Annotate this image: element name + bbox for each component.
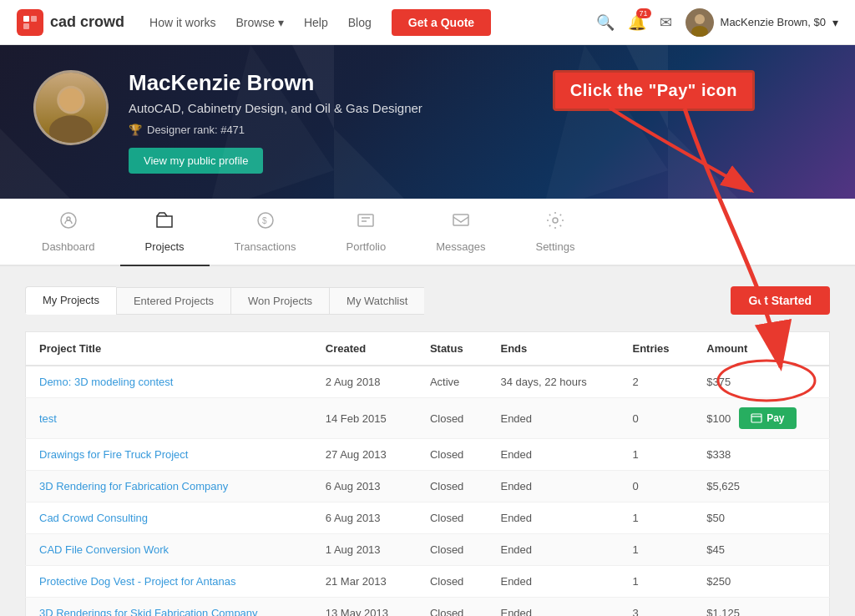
cell-status: Closed (417, 534, 488, 566)
cell-title: Demo: 3D modeling contest (26, 366, 312, 398)
tab-messages[interactable]: Messages (411, 199, 510, 266)
nav-links: How it works Browse ▾ Help Blog Get a Qu… (149, 9, 596, 36)
cell-status: Closed (417, 398, 488, 439)
cell-ends: Ended (487, 566, 619, 598)
project-link[interactable]: Cad Crowd Consulting (39, 512, 148, 524)
mail-icon[interactable]: ✉ (660, 13, 672, 32)
svg-rect-14 (453, 215, 468, 225)
cell-status: Closed (417, 598, 488, 617)
pay-button[interactable]: Pay (739, 407, 796, 429)
click-annotation: Click the "Pay" icon (553, 70, 755, 111)
project-link[interactable]: CAD File Conversion Work (39, 543, 169, 556)
cell-amount: $50 (693, 502, 829, 534)
svg-point-4 (691, 26, 708, 37)
trophy-icon: 🏆 (129, 124, 142, 136)
tab-portfolio[interactable]: Portfolio (321, 199, 412, 266)
project-link[interactable]: test (39, 412, 57, 425)
cell-created: 6 Aug 2013 (312, 471, 417, 502)
cell-created: 6 Aug 2013 (312, 502, 417, 534)
table-row: 3D Rendering for Fabrication Company 6 A… (26, 471, 830, 502)
amount-value: $50 (706, 512, 725, 524)
cell-title: Cad Crowd Consulting (26, 502, 312, 534)
view-public-profile-button[interactable]: View my public profile (129, 148, 263, 174)
sub-tab-my-projects[interactable]: My Projects (25, 286, 116, 315)
svg-rect-1 (31, 16, 37, 22)
rank-text: Designer rank: #471 (147, 124, 245, 136)
user-name-label: MacKenzie Brown, $0 (721, 16, 826, 28)
cell-title: CAD File Conversion Work (26, 534, 312, 566)
logo-text: cad crowd (50, 13, 124, 31)
sub-tab-my-watchlist[interactable]: My Watchlist (329, 287, 424, 315)
cell-status: Closed (417, 566, 488, 598)
profile-header: MacKenzie Brown AutoCAD, Cabinetry Desig… (0, 45, 855, 199)
cell-entries: 1 (619, 502, 693, 534)
projects-table: Project Title Created Status Ends Entrie… (25, 331, 830, 616)
cell-entries: 1 (619, 566, 693, 598)
svg-rect-2 (23, 23, 29, 29)
project-link[interactable]: Protective Dog Vest - Project for Antana… (39, 575, 236, 588)
cell-created: 14 Feb 2015 (312, 398, 417, 439)
logo[interactable]: cad crowd (17, 9, 124, 36)
navbar-right: 🔍 🔔 71 ✉ MacKenzie Brown, $0 ▾ (596, 8, 838, 37)
nav-blog[interactable]: Blog (348, 16, 372, 29)
cell-ends: Ended (487, 534, 619, 566)
svg-rect-0 (23, 16, 29, 22)
table-body: Demo: 3D modeling contest 2 Aug 2018 Act… (26, 366, 830, 616)
avatar-image (36, 73, 106, 143)
cell-ends: Ended (487, 598, 619, 617)
get-started-button[interactable]: Get Started (731, 286, 830, 315)
user-avatar (686, 8, 714, 37)
amount-value: $45 (706, 543, 725, 556)
get-quote-button[interactable]: Get a Quote (392, 9, 491, 36)
col-status: Status (417, 332, 488, 366)
project-link[interactable]: Drawings for Fire Truck Project (39, 448, 188, 461)
cell-status: Closed (417, 439, 488, 471)
amount-value: $1,125 (706, 607, 740, 616)
search-icon[interactable]: 🔍 (596, 13, 615, 32)
cell-ends: Ended (487, 439, 619, 471)
amount-value: $100 (706, 412, 731, 425)
amount-value: $338 (706, 448, 731, 461)
cell-entries: 1 (619, 534, 693, 566)
cell-entries: 2 (619, 366, 693, 398)
cell-status: Active (417, 366, 488, 398)
cell-amount: $5,625 (693, 471, 829, 502)
amount-value: $375 (706, 376, 731, 388)
tab-projects[interactable]: Projects (120, 199, 210, 266)
project-link[interactable]: 3D Rendering for Fabrication Company (39, 480, 228, 492)
settings-icon (545, 210, 565, 235)
cell-entries: 0 (619, 471, 693, 502)
project-link[interactable]: 3D Renderings for Skid Fabrication Compa… (39, 607, 258, 616)
notification-badge: 71 (636, 8, 651, 18)
tab-settings[interactable]: Settings (510, 199, 600, 266)
col-entries: Entries (619, 332, 693, 366)
svg-point-3 (695, 14, 705, 24)
cell-created: 21 Mar 2013 (312, 566, 417, 598)
tabs-nav: Dashboard Projects $ Transactions Portfo… (0, 199, 855, 266)
cell-title: Drawings for Fire Truck Project (26, 439, 312, 471)
col-created: Created (312, 332, 417, 366)
cell-created: 2 Aug 2018 (312, 366, 417, 398)
cell-amount: $338 (693, 439, 829, 471)
cell-amount: $250 (693, 566, 829, 598)
notification-icon[interactable]: 🔔 71 (628, 13, 646, 32)
tab-transactions[interactable]: $ Transactions (210, 199, 321, 266)
nav-how-it-works[interactable]: How it works (149, 16, 215, 29)
navbar: cad crowd How it works Browse ▾ Help Blo… (0, 0, 855, 45)
tab-projects-label: Projects (145, 240, 185, 253)
nav-help[interactable]: Help (304, 16, 328, 29)
tab-dashboard[interactable]: Dashboard (17, 199, 120, 266)
amount-value: $250 (706, 575, 731, 588)
cell-ends: Ended (487, 471, 619, 502)
svg-point-15 (553, 218, 558, 223)
user-menu[interactable]: MacKenzie Brown, $0 ▾ (686, 8, 838, 37)
sub-tab-won-projects[interactable]: Won Projects (230, 287, 329, 315)
user-menu-arrow: ▾ (832, 16, 838, 29)
project-link[interactable]: Demo: 3D modeling contest (39, 376, 173, 388)
table-row: Cad Crowd Consulting 6 Aug 2013 Closed E… (26, 502, 830, 534)
nav-browse[interactable]: Browse ▾ (235, 16, 284, 29)
sub-tab-entered-projects[interactable]: Entered Projects (116, 287, 230, 315)
sub-tabs-right: Get Started (731, 286, 830, 315)
table-row: 3D Renderings for Skid Fabrication Compa… (26, 598, 830, 617)
portfolio-icon (356, 210, 376, 235)
